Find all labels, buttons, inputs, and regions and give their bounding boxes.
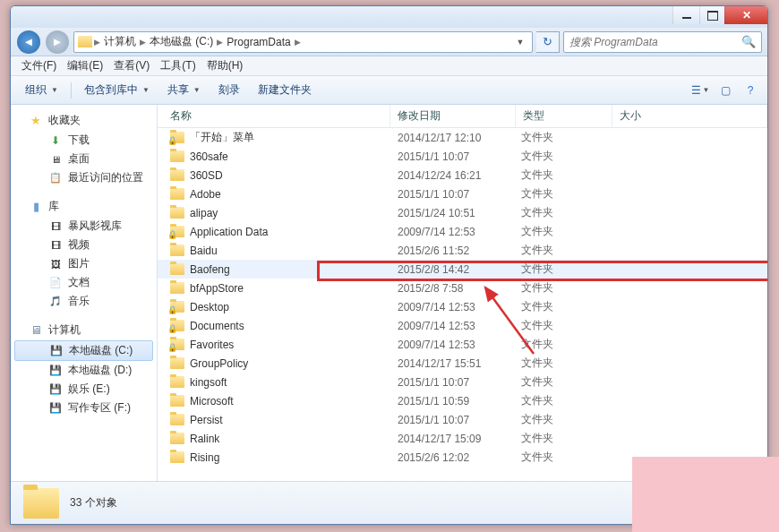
file-row[interactable]: Ralink2014/12/17 15:09文件夹 bbox=[158, 429, 767, 448]
preview-pane-button[interactable]: ▢ bbox=[715, 82, 735, 99]
sidebar-favorites-label: 收藏夹 bbox=[48, 113, 81, 128]
menu-tools[interactable]: 工具(T) bbox=[155, 56, 201, 75]
file-row[interactable]: 🔒Favorites2009/7/14 12:53文件夹 bbox=[158, 335, 767, 354]
minimize-button[interactable] bbox=[672, 6, 699, 24]
folder-icon bbox=[170, 169, 184, 181]
column-date[interactable]: 修改日期 bbox=[390, 105, 516, 127]
file-row[interactable]: GroupPolicy2014/12/17 15:51文件夹 bbox=[158, 354, 767, 373]
column-size[interactable]: 大小 bbox=[612, 105, 767, 127]
file-name-cell: GroupPolicy bbox=[170, 357, 396, 370]
file-row[interactable]: alipay2015/1/24 10:51文件夹 bbox=[158, 203, 767, 222]
breadcrumb-drive-c[interactable]: 本地磁盘 (C:) bbox=[148, 34, 215, 49]
vid-icon bbox=[48, 238, 63, 253]
address-dropdown[interactable]: ▼ bbox=[512, 38, 528, 47]
file-name-cell: Baidu bbox=[170, 245, 396, 257]
file-row[interactable]: bfAppStore2015/2/8 7:58文件夹 bbox=[158, 279, 767, 297]
search-icon[interactable]: 🔍 bbox=[741, 35, 756, 48]
file-date: 2009/7/14 12:53 bbox=[396, 320, 521, 332]
titlebar[interactable] bbox=[11, 6, 767, 28]
sidebar-favorites-header[interactable]: ★ 收藏夹 bbox=[11, 110, 157, 131]
maximize-button[interactable] bbox=[699, 6, 724, 24]
lock-icon: 🔒 bbox=[167, 343, 177, 352]
chevron-right-icon[interactable]: ▶ bbox=[92, 38, 102, 47]
nav-forward-button[interactable]: ► bbox=[45, 30, 70, 54]
sidebar-item-library[interactable]: 文档 bbox=[11, 273, 157, 292]
file-row[interactable]: kingsoft2015/1/1 10:07文件夹 bbox=[158, 373, 767, 391]
file-date: 2015/1/1 10:07 bbox=[396, 188, 521, 201]
file-row[interactable]: Adobe2015/1/1 10:07文件夹 bbox=[158, 184, 767, 203]
search-field[interactable]: 🔍 bbox=[563, 31, 762, 53]
file-name: 360SD bbox=[190, 169, 223, 182]
file-type: 文件夹 bbox=[521, 243, 618, 258]
file-row[interactable]: 🔒Documents2009/7/14 12:53文件夹 bbox=[158, 316, 767, 335]
file-date: 2014/12/17 12:10 bbox=[396, 132, 521, 144]
file-type: 文件夹 bbox=[521, 224, 618, 239]
vid-icon bbox=[48, 219, 63, 234]
nav-back-button[interactable]: ◄ bbox=[16, 30, 41, 54]
file-date: 2015/1/1 10:59 bbox=[396, 395, 521, 408]
file-name-cell: 🔒Favorites bbox=[170, 339, 396, 351]
close-button[interactable] bbox=[724, 6, 767, 24]
file-name-cell: 🔒「开始」菜单 bbox=[170, 130, 396, 145]
menu-view[interactable]: 查看(V) bbox=[108, 56, 155, 75]
file-name-cell: Ralink bbox=[170, 433, 396, 445]
sidebar-item-favorite[interactable]: 下载 bbox=[11, 131, 157, 150]
file-row[interactable]: Baofeng2015/2/8 14:42文件夹 bbox=[158, 260, 767, 279]
file-type: 文件夹 bbox=[521, 450, 618, 465]
file-name: Baofeng bbox=[190, 263, 230, 276]
sidebar-item-library[interactable]: 暴风影视库 bbox=[11, 217, 157, 236]
file-row[interactable]: Persist2015/1/1 10:07文件夹 bbox=[158, 410, 767, 429]
file-row[interactable]: Microsoft2015/1/1 10:59文件夹 bbox=[158, 391, 767, 410]
sidebar-libraries-header[interactable]: ▮ 库 bbox=[11, 196, 157, 217]
refresh-button[interactable]: ↻ bbox=[536, 31, 560, 53]
chevron-right-icon[interactable]: ▶ bbox=[215, 38, 225, 47]
file-row[interactable]: 🔒Desktop2009/7/14 12:53文件夹 bbox=[158, 297, 767, 316]
file-type: 文件夹 bbox=[521, 280, 618, 296]
include-in-library-button[interactable]: 包含到库中▼ bbox=[77, 80, 157, 100]
file-name-cell: 🔒Desktop bbox=[170, 301, 396, 313]
chevron-right-icon[interactable]: ▶ bbox=[293, 38, 303, 47]
menu-file[interactable]: 文件(F) bbox=[16, 56, 62, 75]
view-options-button[interactable]: ☰ ▼ bbox=[690, 82, 710, 99]
column-name[interactable]: 名称 bbox=[158, 105, 390, 127]
sidebar-item-label: 本地磁盘 (C:) bbox=[69, 343, 133, 358]
breadcrumb-computer[interactable]: 计算机 bbox=[102, 34, 138, 49]
sidebar-item-library[interactable]: 图片 bbox=[11, 254, 157, 273]
file-row[interactable]: 360SD2014/12/24 16:21文件夹 bbox=[158, 166, 767, 184]
sidebar-item-library[interactable]: 视频 bbox=[11, 236, 157, 254]
file-name: Persist bbox=[190, 414, 223, 426]
share-button[interactable]: 共享▼ bbox=[160, 80, 208, 100]
sidebar-item-drive[interactable]: 写作专区 (F:) bbox=[11, 399, 157, 417]
sidebar-item-favorite[interactable]: 桌面 bbox=[11, 150, 157, 168]
new-folder-button[interactable]: 新建文件夹 bbox=[251, 80, 319, 100]
sidebar-computer-header[interactable]: 🖥 计算机 bbox=[11, 320, 157, 340]
file-row[interactable]: Baidu2015/2/6 11:52文件夹 bbox=[158, 241, 767, 260]
sidebar-item-drive[interactable]: 本地磁盘 (D:) bbox=[11, 361, 157, 380]
help-button[interactable]: ? bbox=[740, 82, 760, 99]
file-row[interactable]: 🔒「开始」菜单2014/12/17 12:10文件夹 bbox=[158, 128, 767, 147]
file-name: Rising bbox=[190, 451, 219, 464]
menu-edit[interactable]: 编辑(E) bbox=[62, 56, 108, 75]
separator bbox=[71, 82, 72, 99]
file-type: 文件夹 bbox=[521, 149, 618, 164]
chevron-right-icon[interactable]: ▶ bbox=[138, 38, 148, 47]
breadcrumb-programdata[interactable]: ProgramData bbox=[225, 36, 292, 48]
organize-button[interactable]: 组织▼ bbox=[18, 80, 65, 100]
sidebar-item-drive[interactable]: 本地磁盘 (C:) bbox=[14, 340, 153, 361]
file-row[interactable]: 🔒Application Data2009/7/14 12:53文件夹 bbox=[158, 222, 767, 241]
column-type[interactable]: 类型 bbox=[516, 105, 612, 127]
search-input[interactable] bbox=[569, 36, 741, 48]
file-row[interactable]: 360safe2015/1/1 10:07文件夹 bbox=[158, 147, 767, 166]
sidebar-item-favorite[interactable]: 最近访问的位置 bbox=[11, 168, 157, 187]
sidebar-item-library[interactable]: 音乐 bbox=[11, 292, 157, 311]
folder-icon bbox=[170, 188, 184, 200]
file-date: 2009/7/14 12:53 bbox=[396, 301, 521, 313]
menu-help[interactable]: 帮助(H) bbox=[201, 56, 249, 75]
sidebar-item-label: 最近访问的位置 bbox=[68, 170, 143, 185]
address-field[interactable]: ▶ 计算机 ▶ 本地磁盘 (C:) ▶ ProgramData ▶ ▼ bbox=[73, 31, 533, 53]
file-list[interactable]: 🔒「开始」菜单2014/12/17 12:10文件夹360safe2015/1/… bbox=[158, 128, 767, 481]
file-name: Baidu bbox=[190, 245, 218, 257]
sidebar-item-drive[interactable]: 娱乐 (E:) bbox=[11, 380, 157, 399]
doc-icon bbox=[48, 276, 63, 290]
burn-button[interactable]: 刻录 bbox=[211, 80, 247, 100]
